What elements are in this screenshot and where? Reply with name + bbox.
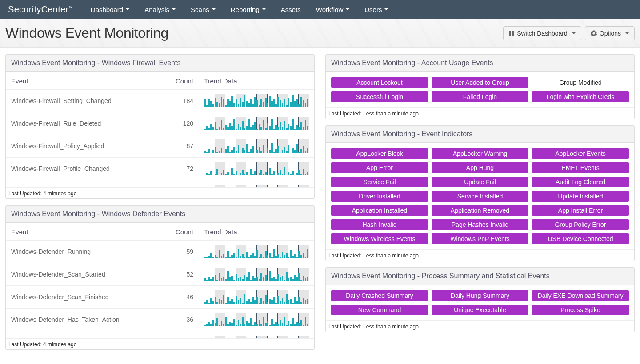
indicator-pill[interactable]: AppLocker Events	[532, 148, 629, 159]
indicator-pill[interactable]: Account Lockout	[331, 77, 428, 88]
cell-trend	[199, 309, 314, 331]
gear-icon	[591, 30, 597, 36]
indicator-pill[interactable]: Application Removed	[432, 205, 528, 216]
left-column: Windows Event Monitoring - Windows Firew…	[5, 54, 315, 350]
table-row[interactable]: Windows-Defender_Action_Taken26	[6, 331, 314, 339]
event-table-panel: Windows Event Monitoring - Windows Firew…	[5, 54, 315, 199]
table-row[interactable]: Windows-Firewall_Policy_Applied87	[6, 135, 314, 158]
indicator-pill[interactable]: Windows Wireless Events	[331, 233, 428, 244]
indicator-pill[interactable]: Page Hashes Invalid	[432, 219, 528, 230]
caret-down-icon	[346, 8, 349, 10]
indicator-pill[interactable]: Update Fail	[432, 177, 528, 187]
cell-event: Windows-Firewall_Profile_Changed	[6, 158, 163, 180]
main-content: Windows Event Monitoring - Windows Firew…	[0, 48, 640, 356]
indicator-pill[interactable]: Group Policy Error	[532, 219, 629, 230]
brand-logo: SecurityCenter™	[8, 4, 73, 15]
table-row[interactable]: Windows-Firewall_Rule_Deleted120	[6, 112, 314, 135]
cell-count: 59	[163, 241, 199, 263]
caret-down-icon	[384, 8, 388, 10]
nav-item-dashboard[interactable]: Dashboard	[91, 6, 129, 13]
indicator-pill[interactable]: AppLocker Block	[331, 148, 428, 159]
indicator-pill[interactable]: USB Device Connected	[532, 233, 629, 244]
col-count: Count	[163, 223, 199, 241]
indicator-pill[interactable]: App Hung	[432, 162, 528, 173]
last-updated: Last Updated: Less than a minute ago	[326, 107, 634, 119]
indicator-pill[interactable]: Hash Invalid	[331, 219, 428, 230]
nav-item-analysis[interactable]: Analysis	[144, 6, 176, 13]
indicator-pill[interactable]: Windows PnP Events	[432, 233, 528, 244]
cell-event: Windows-Defender_Scan_Started	[6, 263, 163, 286]
cell-count: 184	[163, 90, 199, 112]
indicator-pill[interactable]: Daily Hung Summary	[432, 290, 528, 301]
options-button[interactable]: Options	[585, 26, 635, 40]
cell-trend	[199, 286, 314, 309]
nav-item-workflow[interactable]: Workflow	[316, 6, 349, 13]
options-label: Options	[600, 30, 621, 37]
indicator-pill[interactable]: Daily EXE Download Summary	[532, 290, 629, 301]
indicator-pill[interactable]: New Command	[331, 305, 428, 315]
indicator-pill[interactable]: Successful Login	[331, 91, 428, 102]
caret-down-icon	[572, 32, 576, 34]
cell-trend	[199, 180, 314, 188]
cell-trend	[199, 135, 314, 158]
table-row[interactable]: Windows-Defender_Scan_Finished46	[6, 286, 314, 309]
indicator-pill[interactable]: Audit Log Cleared	[532, 177, 629, 187]
last-updated: Last Updated: 4 minutes ago	[6, 187, 314, 198]
indicator-pill[interactable]: Process Spike	[532, 305, 629, 315]
panel-title: Windows Event Monitoring - Account Usage…	[326, 55, 634, 72]
sparkline-chart	[204, 162, 309, 175]
cell-event: Windows-Defender_Has_Taken_Action	[6, 309, 163, 331]
pill-grid: Account LockoutUser Added to GroupGroup …	[326, 72, 634, 107]
pill-grid: Daily Crashed SummaryDaily Hung SummaryD…	[326, 285, 634, 320]
indicator-pill[interactable]: App Error	[331, 162, 428, 173]
indicator-pill[interactable]: Application Installed	[331, 205, 428, 216]
page-title: Windows Event Monitoring	[5, 25, 168, 41]
event-table: EventCountTrend DataWindows-Defender_Run…	[6, 223, 314, 338]
table-row[interactable]: Windows-Defender_Has_Taken_Action36	[6, 309, 314, 331]
pill-grid: AppLocker BlockAppLocker WarningAppLocke…	[326, 143, 634, 249]
indicator-pill[interactable]: Login with Explicit Creds	[532, 91, 629, 102]
indicator-pill[interactable]: Group Modified	[532, 77, 629, 88]
nav-item-reporting[interactable]: Reporting	[231, 6, 266, 13]
sparkline-chart	[204, 268, 309, 281]
indicator-pill[interactable]: Unique Executable	[432, 305, 528, 315]
col-event: Event	[6, 72, 163, 90]
grid-icon	[509, 31, 514, 36]
indicator-pill[interactable]: AppLocker Warning	[432, 148, 528, 159]
table-row[interactable]: Windows-Firewall_Setting_Changed184	[6, 90, 314, 112]
last-updated: Last Updated: Less than a minute ago	[326, 249, 634, 261]
right-column: Windows Event Monitoring - Account Usage…	[325, 54, 635, 332]
table-row[interactable]: Windows-Defender_Scan_Started52	[6, 263, 314, 286]
indicator-pill[interactable]: App Install Error	[532, 205, 629, 216]
col-trend: Trend Data	[199, 72, 314, 90]
indicator-pill[interactable]: Service Fail	[331, 177, 428, 187]
switch-dashboard-label: Switch Dashboard	[517, 30, 568, 37]
indicator-pill[interactable]: Driver Installed	[331, 191, 428, 202]
cell-count: 46	[163, 286, 199, 309]
sparkline-chart	[204, 117, 309, 130]
indicator-pill[interactable]: Daily Crashed Summary	[331, 290, 428, 301]
table-row[interactable]: Windows-Firewall_Stopped68	[6, 180, 314, 188]
table-row[interactable]: Windows-Firewall_Profile_Changed72	[6, 158, 314, 180]
nav-item-users[interactable]: Users	[364, 6, 388, 13]
indicator-pill[interactable]: Update Installed	[532, 191, 629, 202]
cell-event: Windows-Firewall_Rule_Deleted	[6, 112, 163, 135]
caret-down-icon	[625, 32, 629, 34]
indicator-pill[interactable]: User Added to Group	[432, 77, 528, 88]
nav-item-assets[interactable]: Assets	[281, 6, 301, 13]
nav-item-scans[interactable]: Scans	[191, 6, 216, 13]
sparkline-chart	[204, 139, 309, 153]
indicator-pill[interactable]: EMET Events	[532, 162, 629, 173]
cell-event: Windows-Firewall_Setting_Changed	[6, 90, 163, 112]
indicator-pill[interactable]: Failed Login	[432, 91, 528, 102]
table-row[interactable]: Windows-Defender_Running59	[6, 241, 314, 263]
cell-count: 52	[163, 263, 199, 286]
cell-count: 120	[163, 112, 199, 135]
switch-dashboard-button[interactable]: Switch Dashboard	[503, 26, 581, 40]
indicator-pill[interactable]: Service Installed	[432, 191, 528, 202]
last-updated: Last Updated: 4 minutes ago	[6, 338, 314, 349]
cell-event: Windows-Defender_Running	[6, 241, 163, 263]
caret-down-icon	[262, 8, 266, 10]
sparkline-chart	[204, 94, 309, 107]
col-count: Count	[163, 72, 199, 90]
